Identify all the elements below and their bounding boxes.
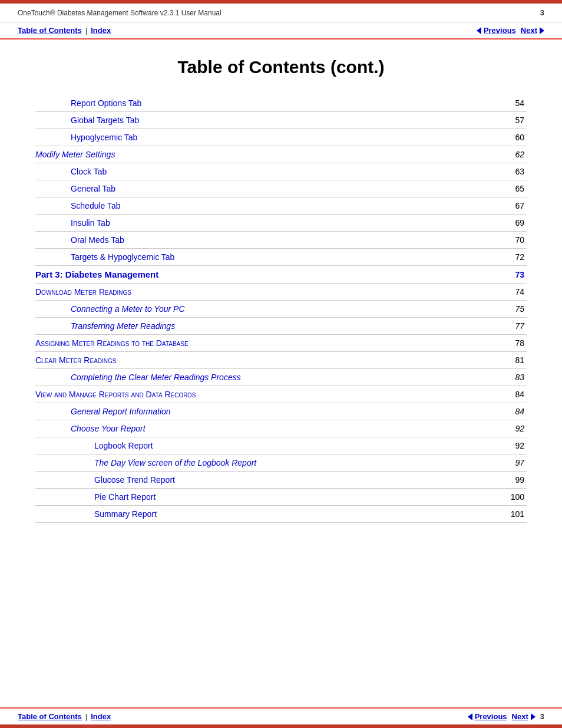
bottom-nav-right: Previous Next 3 [468, 712, 544, 721]
toc-italic-link[interactable]: Choose Your Report [71, 424, 146, 433]
toc-normal-link[interactable]: Logbook Report [94, 441, 153, 450]
page-title: Table of Contents (cont.) [35, 57, 527, 77]
toc-item-label: Connecting a Meter to Your PC [35, 301, 497, 318]
toc-table: Report Options Tab54Global Targets Tab57… [35, 95, 527, 523]
toc-part-label[interactable]: Part 3: Diabetes Management [35, 269, 158, 279]
top-toc-link[interactable]: Table of Contents [18, 26, 82, 35]
toc-item-label: View and Manage Reports and Data Records [35, 386, 497, 403]
toc-page-number: 100 [497, 489, 527, 506]
main-content: Table of Contents (cont.) Report Options… [0, 39, 562, 541]
header-title: OneTouch® Diabetes Management Software v… [18, 9, 222, 17]
toc-row: Clear Meter Readings81 [35, 352, 527, 369]
toc-item-label: Global Targets Tab [35, 112, 497, 129]
footer: Table of Contents | Index Previous Next … [0, 707, 562, 728]
toc-normal-link[interactable]: Global Targets Tab [71, 116, 139, 125]
toc-row: Part 3: Diabetes Management73 [35, 266, 527, 284]
toc-normal-link[interactable]: Report Options Tab [71, 98, 141, 108]
toc-page-number: 70 [497, 232, 527, 249]
toc-item-label: The Day View screen of the Logbook Repor… [35, 454, 497, 472]
toc-item-label: Download Meter Readings [35, 284, 497, 301]
toc-page-number: 77 [497, 318, 527, 335]
toc-italic-link[interactable]: General Report Information [71, 407, 171, 416]
toc-row: Hypoglycemic Tab60 [35, 129, 527, 146]
toc-row: Insulin Tab69 [35, 215, 527, 232]
toc-row: Glucose Trend Report99 [35, 472, 527, 489]
toc-item-label: Insulin Tab [35, 215, 497, 232]
toc-italic-link[interactable]: The Day View screen of the Logbook Repor… [94, 458, 256, 467]
bottom-prev-arrow-icon [468, 713, 472, 720]
toc-row: Schedule Tab67 [35, 197, 527, 215]
next-arrow-icon [540, 27, 544, 34]
toc-small-caps-link[interactable]: Assigning Meter Readings to the Database [35, 338, 189, 348]
toc-row: Transferring Meter Readings77 [35, 318, 527, 335]
toc-item-label: Assigning Meter Readings to the Database [35, 335, 497, 352]
toc-item-label: Clock Tab [35, 163, 497, 180]
toc-item-label: Summary Report [35, 506, 497, 523]
toc-item-label: Hypoglycemic Tab [35, 129, 497, 146]
toc-small-caps-link[interactable]: View and Manage Reports and Data Records [35, 390, 196, 399]
toc-normal-link[interactable]: Oral Meds Tab [71, 235, 124, 245]
toc-page-number: 101 [497, 506, 527, 523]
toc-page-number: 54 [497, 95, 527, 112]
toc-item-label: Report Options Tab [35, 95, 497, 112]
header-page: 3 [540, 8, 544, 17]
toc-row: Report Options Tab54 [35, 95, 527, 112]
bottom-nav-links: Table of Contents | Index [18, 712, 111, 721]
toc-normal-link[interactable]: Hypoglycemic Tab [71, 133, 137, 142]
toc-row: General Report Information84 [35, 403, 527, 420]
toc-normal-link[interactable]: Insulin Tab [71, 218, 110, 228]
header: OneTouch® Diabetes Management Software v… [0, 4, 562, 22]
toc-page-number: 92 [497, 437, 527, 454]
toc-row: The Day View screen of the Logbook Repor… [35, 454, 527, 472]
toc-row: Targets & Hypoglycemic Tab72 [35, 249, 527, 266]
toc-page-number: 65 [497, 180, 527, 197]
toc-page-number: 78 [497, 335, 527, 352]
toc-page-number: 69 [497, 215, 527, 232]
toc-normal-link[interactable]: Clock Tab [71, 167, 107, 176]
toc-row: Global Targets Tab57 [35, 112, 527, 129]
toc-item-label: Schedule Tab [35, 197, 497, 215]
toc-normal-link[interactable]: Schedule Tab [71, 201, 121, 210]
toc-row: Oral Meds Tab70 [35, 232, 527, 249]
toc-normal-link[interactable]: Glucose Trend Report [94, 475, 175, 485]
top-index-link[interactable]: Index [91, 26, 111, 35]
toc-italic-link[interactable]: Transferring Meter Readings [71, 321, 175, 331]
toc-italic-link[interactable]: Connecting a Meter to Your PC [71, 304, 185, 314]
bottom-toc-link[interactable]: Table of Contents [18, 712, 82, 721]
footer-page: 3 [540, 712, 544, 721]
toc-item-label: Part 3: Diabetes Management [35, 266, 497, 284]
toc-row: General Tab65 [35, 180, 527, 197]
toc-normal-link[interactable]: Summary Report [94, 509, 157, 519]
toc-item-label: Completing the Clear Meter Readings Proc… [35, 369, 497, 386]
prev-arrow-icon [477, 27, 481, 34]
toc-item-label: Pie Chart Report [35, 489, 497, 506]
top-nav-links: Table of Contents | Index [18, 26, 111, 35]
toc-italic-link[interactable]: Completing the Clear Meter Readings Proc… [71, 373, 241, 382]
toc-page-number: 74 [497, 284, 527, 301]
toc-page-number: 97 [497, 454, 527, 472]
toc-page-number: 84 [497, 403, 527, 420]
toc-page-number: 99 [497, 472, 527, 489]
bottom-next-link[interactable]: Next [512, 712, 535, 721]
bottom-next-label: Next [512, 712, 528, 721]
toc-row: Assigning Meter Readings to the Database… [35, 335, 527, 352]
toc-item-label: Glucose Trend Report [35, 472, 497, 489]
toc-small-caps-link[interactable]: Clear Meter Readings [35, 355, 116, 365]
toc-page-number: 62 [497, 146, 527, 163]
top-next-label: Next [521, 26, 537, 35]
bottom-previous-link[interactable]: Previous [468, 712, 507, 721]
top-previous-link[interactable]: Previous [477, 26, 516, 35]
top-nav-bar: Table of Contents | Index Previous Next [0, 22, 562, 39]
bottom-nav-separator: | [85, 712, 87, 721]
toc-row: Choose Your Report92 [35, 420, 527, 437]
toc-small-caps-link[interactable]: Download Meter Readings [35, 287, 131, 297]
toc-item-label: General Tab [35, 180, 497, 197]
toc-normal-link[interactable]: Pie Chart Report [94, 492, 156, 502]
toc-italic-link[interactable]: Modify Meter Settings [35, 150, 115, 159]
bottom-index-link[interactable]: Index [91, 712, 111, 721]
toc-row: View and Manage Reports and Data Records… [35, 386, 527, 403]
toc-normal-link[interactable]: General Tab [71, 184, 115, 193]
toc-row: Connecting a Meter to Your PC75 [35, 301, 527, 318]
top-next-link[interactable]: Next [521, 26, 544, 35]
toc-normal-link[interactable]: Targets & Hypoglycemic Tab [71, 252, 174, 262]
